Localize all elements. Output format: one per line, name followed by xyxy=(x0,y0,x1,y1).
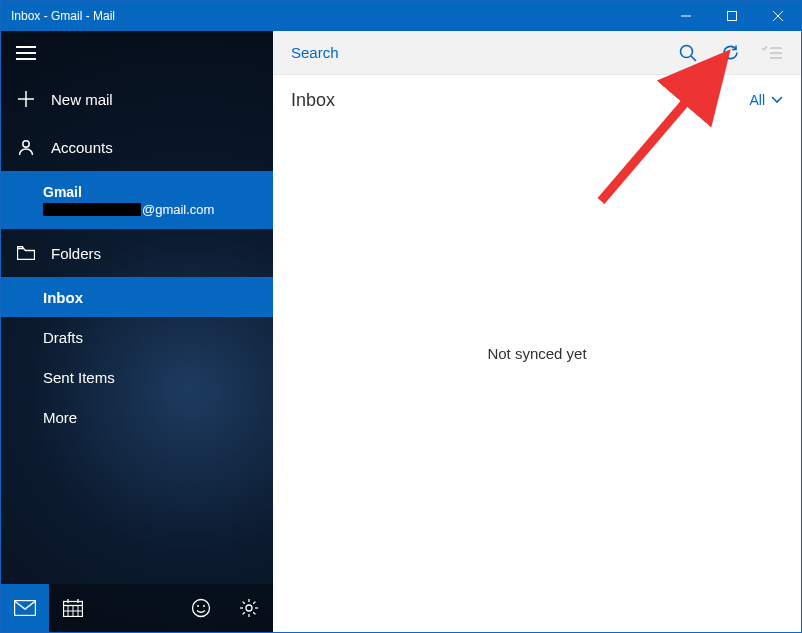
mail-app-window: Inbox - Gmail - Mail New mail xyxy=(0,0,802,633)
svg-point-19 xyxy=(193,600,210,617)
sidebar: New mail Accounts Gmail @gmail.com Folde… xyxy=(1,31,273,632)
close-button[interactable] xyxy=(755,1,801,31)
selection-mode-button[interactable] xyxy=(751,31,793,75)
mail-tab-button[interactable] xyxy=(1,584,49,632)
hamburger-button[interactable] xyxy=(1,31,273,75)
sidebar-bottom-bar xyxy=(1,584,273,632)
titlebar: Inbox - Gmail - Mail xyxy=(1,1,801,31)
new-mail-label: New mail xyxy=(51,91,113,108)
filter-label: All xyxy=(749,92,765,108)
sync-button[interactable] xyxy=(709,31,751,75)
accounts-label: Accounts xyxy=(51,139,113,156)
account-email: @gmail.com xyxy=(43,202,259,217)
folders-button[interactable]: Folders xyxy=(1,229,273,277)
maximize-button[interactable] xyxy=(709,1,755,31)
svg-line-28 xyxy=(253,612,255,614)
svg-point-31 xyxy=(681,45,693,57)
account-item-gmail[interactable]: Gmail @gmail.com xyxy=(1,171,273,229)
gear-icon xyxy=(239,598,259,618)
redacted-text xyxy=(43,203,141,216)
calendar-icon xyxy=(63,599,83,617)
new-mail-button[interactable]: New mail xyxy=(1,75,273,123)
account-name: Gmail xyxy=(43,184,259,200)
folder-more[interactable]: More xyxy=(1,397,273,437)
person-icon xyxy=(15,138,37,156)
message-list-empty: Not synced yet xyxy=(273,125,801,632)
folder-label: Sent Items xyxy=(43,369,115,386)
svg-point-22 xyxy=(246,605,252,611)
smiley-icon xyxy=(191,598,211,618)
folders-label: Folders xyxy=(51,245,101,262)
search-button[interactable] xyxy=(667,31,709,75)
empty-text: Not synced yet xyxy=(487,345,586,362)
search-icon xyxy=(679,44,697,62)
accounts-button[interactable]: Accounts xyxy=(1,123,273,171)
folder-label: Inbox xyxy=(43,289,83,306)
svg-line-27 xyxy=(243,602,245,604)
hamburger-icon xyxy=(15,46,37,60)
svg-point-9 xyxy=(23,141,29,147)
search-bar: Search xyxy=(273,31,801,75)
svg-rect-1 xyxy=(728,12,737,21)
folder-label: More xyxy=(43,409,77,426)
list-select-icon xyxy=(762,46,782,60)
feedback-button[interactable] xyxy=(177,584,225,632)
calendar-tab-button[interactable] xyxy=(49,584,97,632)
window-title: Inbox - Gmail - Mail xyxy=(1,9,663,23)
settings-button[interactable] xyxy=(225,584,273,632)
plus-icon xyxy=(15,91,37,107)
svg-point-20 xyxy=(197,605,199,607)
search-input[interactable]: Search xyxy=(291,44,667,61)
minimize-button[interactable] xyxy=(663,1,709,31)
folder-drafts[interactable]: Drafts xyxy=(1,317,273,357)
list-header: Inbox All xyxy=(273,75,801,125)
svg-line-32 xyxy=(691,56,696,61)
chevron-down-icon xyxy=(771,96,783,104)
folder-title: Inbox xyxy=(291,90,749,111)
folder-label: Drafts xyxy=(43,329,83,346)
content-pane: Search Inbox xyxy=(273,31,801,632)
mail-icon xyxy=(14,600,36,616)
svg-line-29 xyxy=(253,602,255,604)
folder-sent[interactable]: Sent Items xyxy=(1,357,273,397)
svg-point-21 xyxy=(203,605,205,607)
folder-icon xyxy=(15,246,37,260)
svg-line-30 xyxy=(243,612,245,614)
filter-dropdown[interactable]: All xyxy=(749,92,783,108)
refresh-icon xyxy=(721,43,740,62)
folder-inbox[interactable]: Inbox xyxy=(1,277,273,317)
